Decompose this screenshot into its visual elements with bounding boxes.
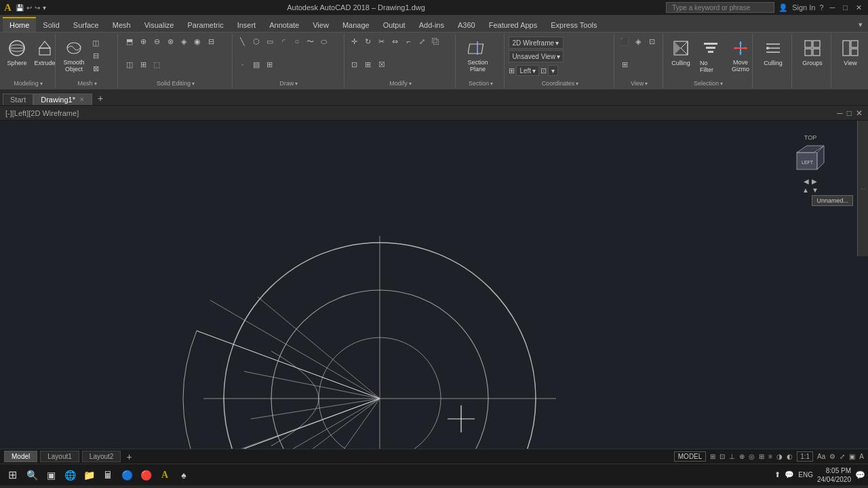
viewport-close[interactable]: ✕ [856, 108, 863, 118]
view-btn[interactable]: View [835, 35, 865, 68]
ribbon-collapse-icon[interactable]: ▾ [853, 18, 868, 32]
view-tool4[interactable]: ⊞ [618, 58, 631, 70]
tab-solid[interactable]: Solid [36, 18, 66, 32]
mesh-tool2[interactable]: ⊟ [90, 49, 102, 62]
search-box[interactable]: Type a keyword or phrase [666, 2, 774, 13]
viewcube-svg[interactable]: LEFT [793, 142, 827, 176]
workspace-icon[interactable]: ⚙ [829, 453, 835, 460]
modify-array[interactable]: ⊞ [362, 58, 374, 70]
ortho-icon[interactable]: ⊥ [729, 453, 735, 460]
no-filter-button[interactable]: No Filter [697, 35, 724, 75]
solid-tool5[interactable]: ◈ [178, 35, 190, 47]
mesh-tool1[interactable]: ◫ [90, 37, 102, 49]
modify-fillet[interactable]: ⌐ [403, 35, 415, 47]
help-icon[interactable]: ? [819, 3, 823, 12]
modify-mirror[interactable]: ⇔ [389, 35, 401, 47]
coordinates-arrow[interactable]: ▾ [576, 81, 578, 87]
view-tool3[interactable]: ⊡ [646, 35, 658, 47]
autocad-taskbar-icon[interactable]: A [156, 466, 174, 484]
quick-access-icon[interactable]: 💾 [16, 4, 24, 12]
tab-annotate[interactable]: Annotate [262, 18, 306, 32]
user-icon[interactable]: 👤 [778, 3, 788, 12]
search-taskbar[interactable]: 🔍 [23, 466, 41, 484]
scale-label[interactable]: 1:1 [797, 451, 813, 462]
modeling-arrow[interactable]: ▾ [40, 81, 43, 87]
draw-arc[interactable]: ◜ [277, 35, 290, 47]
tab-home[interactable]: Home [3, 17, 36, 32]
systray-up[interactable]: ⬆ [774, 470, 781, 479]
modify-erase[interactable]: ☒ [376, 58, 388, 70]
tab-parametric[interactable]: Parametric [180, 18, 230, 32]
task-view[interactable]: ▣ [42, 466, 60, 484]
tab-output[interactable]: Output [376, 18, 412, 32]
modify-offset[interactable]: ⊡ [349, 58, 361, 70]
sign-in-btn[interactable]: Sign In [792, 3, 815, 12]
redo-icon[interactable]: ↪ [35, 4, 40, 12]
tab-add[interactable]: + [92, 92, 108, 105]
draw-pts[interactable]: · [237, 58, 249, 70]
tab-addins[interactable]: Add-ins [412, 18, 451, 32]
solid-tool4[interactable]: ⊗ [164, 35, 176, 47]
view-arrow[interactable]: ▾ [645, 81, 648, 87]
coord-icon1[interactable]: ⊞ [509, 66, 515, 75]
clock[interactable]: 8:05 PM 24/04/2020 [817, 466, 851, 484]
solid-tool9[interactable]: ⊞ [137, 58, 149, 70]
move-gizmo-button[interactable]: MoveGizmo [727, 35, 754, 75]
draw-poly[interactable]: ⬡ [250, 35, 262, 47]
undo-icon[interactable]: ↩ [26, 4, 32, 12]
tab-view[interactable]: View [306, 18, 336, 32]
solid-tool1[interactable]: ⬒ [123, 35, 136, 47]
viewcube-up-arrow[interactable]: ▲ [802, 186, 809, 194]
solid-tool8[interactable]: ◫ [123, 58, 136, 70]
customize-icon[interactable]: ▾ [43, 4, 46, 12]
grid-icon[interactable]: ⊞ [710, 453, 715, 460]
tab-insert[interactable]: Insert [231, 18, 263, 32]
canvas-area[interactable]: X Y TOP LEFT ◀ ▶ ▲ ▼ Unnamed... ⋮ [0, 121, 868, 449]
draw-more[interactable]: ⊞ [264, 58, 276, 70]
sphere-button[interactable]: Sphere [4, 35, 30, 68]
edge-icon[interactable]: 🌐 [61, 466, 79, 484]
tab-a360[interactable]: A360 [451, 18, 482, 32]
calc-icon[interactable]: 🖩 [99, 466, 117, 484]
wireframe-dropdown[interactable]: 2D Wireframe▾ [509, 37, 564, 49]
modify-scale[interactable]: ⤢ [416, 35, 429, 47]
transparency-icon[interactable]: ◑ [776, 453, 783, 460]
tab-mesh[interactable]: Mesh [106, 18, 138, 32]
solid-tool7[interactable]: ⊟ [205, 35, 217, 47]
explorer-icon[interactable]: 📁 [80, 466, 98, 484]
draw-circle[interactable]: ○ [291, 35, 303, 47]
ui-icon[interactable]: ▣ [849, 453, 855, 460]
draw-arrow[interactable]: ▾ [295, 81, 298, 87]
mesh-tool3[interactable]: ⊠ [90, 62, 102, 75]
systray-msg[interactable]: 💬 [785, 470, 794, 479]
viewport-restore[interactable]: ─ [837, 108, 843, 118]
smooth-object-button[interactable]: SmoothObject [60, 35, 88, 75]
unnamed-view[interactable]: Unnamed... [812, 195, 853, 206]
start-button[interactable]: ⊞ [3, 466, 22, 485]
draw-spline[interactable]: 〜 [304, 35, 317, 47]
notif-icon[interactable]: 💬 [855, 470, 865, 480]
modify-rotate[interactable]: ↻ [362, 35, 374, 47]
tab-express[interactable]: Express Tools [544, 18, 604, 32]
view-tool2[interactable]: ◈ [632, 35, 644, 47]
viewcube-down-arrow[interactable]: ▼ [812, 186, 818, 194]
tab-manage[interactable]: Manage [336, 18, 376, 32]
groups-button[interactable]: Groups [796, 35, 829, 68]
view-tool1[interactable]: ⬛ [618, 35, 631, 47]
polar-icon[interactable]: ⊕ [739, 453, 745, 460]
win-min[interactable]: ─ [828, 3, 837, 12]
draw-line[interactable]: ╲ [237, 35, 249, 47]
tab-start[interactable]: Start [3, 94, 33, 105]
coord-icon2[interactable]: ⊡ [540, 66, 547, 75]
solid-tool3[interactable]: ⊖ [151, 35, 163, 47]
layers-button[interactable]: Culling [757, 35, 789, 68]
modify-move[interactable]: ✛ [349, 35, 361, 47]
tab-surface[interactable]: Surface [66, 18, 106, 32]
draw-el[interactable]: ⬭ [318, 35, 330, 47]
win-max[interactable]: □ [841, 3, 850, 12]
annotation-icon[interactable]: Aa [817, 453, 825, 460]
selection-arrow[interactable]: ▾ [720, 81, 723, 87]
modify-arrow[interactable]: ▾ [409, 81, 412, 87]
draw-hatch[interactable]: ▤ [250, 58, 262, 70]
acrobat-icon[interactable]: 🔴 [137, 466, 155, 484]
